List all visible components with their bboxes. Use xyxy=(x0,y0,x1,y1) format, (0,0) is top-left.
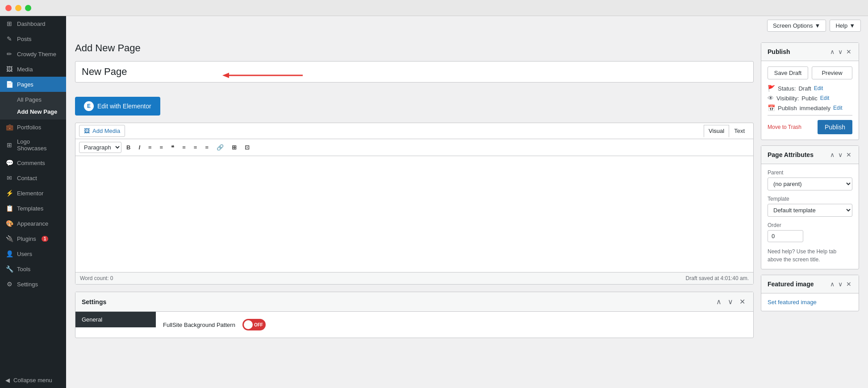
format-select[interactable]: Paragraph xyxy=(79,142,121,153)
parent-label: Parent xyxy=(768,169,852,176)
sidebar-item-templates[interactable]: 📋 Templates xyxy=(0,201,66,216)
sidebar-item-label: Templates xyxy=(17,205,43,212)
featured-image-up-button[interactable]: ∧ xyxy=(829,280,835,289)
sidebar-item-logo-showcases[interactable]: ⊞ Logo Showcases xyxy=(0,135,66,155)
page-attributes-up-button[interactable]: ∧ xyxy=(829,150,835,159)
status-edit-link[interactable]: Edit xyxy=(814,85,823,91)
preview-button[interactable]: Preview xyxy=(812,66,852,79)
arrow-annotation xyxy=(218,71,307,80)
publish-panel-body: Save Draft Preview 🚩 Status: Draft Edit … xyxy=(761,61,859,140)
move-to-trash-link[interactable]: Move to Trash xyxy=(768,124,801,130)
users-icon: 👤 xyxy=(5,250,13,258)
featured-image-title: Featured image xyxy=(768,281,814,288)
publish-collapse-up-button[interactable]: ∧ xyxy=(829,47,835,56)
editor-format-toolbar: Paragraph B I ≡ ≡ ❝ ≡ ≡ ≡ 🔗 ⊞ ⊡ xyxy=(75,139,753,156)
blockquote-button[interactable]: ❝ xyxy=(168,142,177,153)
visibility-icon: 👁 xyxy=(768,95,774,102)
sidebar-item-plugins[interactable]: 🔌 Plugins 1 xyxy=(0,231,66,246)
sidebar-item-contact[interactable]: ✉ Contact xyxy=(0,170,66,186)
set-featured-image-link[interactable]: Set featured image xyxy=(768,299,817,305)
sidebar-item-tools[interactable]: 🔧 Tools xyxy=(0,261,66,277)
ordered-list-button[interactable]: ≡ xyxy=(157,142,167,153)
more-options-button[interactable]: ⊡ xyxy=(242,142,253,153)
template-select[interactable]: Default template xyxy=(768,204,852,217)
publish-panel-controls: ∧ ∨ ✕ xyxy=(829,47,852,56)
tab-text[interactable]: Text xyxy=(729,125,750,137)
templates-icon: 📋 xyxy=(5,204,13,212)
settings-close-button[interactable]: ✕ xyxy=(738,297,747,307)
unordered-list-button[interactable]: ≡ xyxy=(145,142,155,153)
sidebar-item-label: Comments xyxy=(17,160,45,166)
publish-button[interactable]: Publish xyxy=(818,120,852,134)
insert-table-button[interactable]: ⊞ xyxy=(229,142,240,153)
media-icon: 🖼 xyxy=(5,65,13,73)
settings-tab-general[interactable]: General xyxy=(75,312,156,327)
featured-image-down-button[interactable]: ∨ xyxy=(837,280,843,289)
italic-button[interactable]: I xyxy=(135,142,143,153)
page-title-input[interactable] xyxy=(75,61,754,83)
settings-controls: ∧ ∨ ✕ xyxy=(714,297,747,307)
sidebar-item-dashboard[interactable]: ⊞ Dashboard xyxy=(0,16,66,31)
publish-time-edit-link[interactable]: Edit xyxy=(833,105,843,111)
sidebar-item-comments[interactable]: 💬 Comments xyxy=(0,155,66,170)
editor-body[interactable] xyxy=(75,156,753,272)
sidebar-item-label: Elementor xyxy=(17,190,43,197)
sidebar-subitem-all-pages[interactable]: All Pages xyxy=(0,94,66,106)
contact-icon: ✉ xyxy=(5,174,13,182)
publish-collapse-down-button[interactable]: ∨ xyxy=(837,47,843,56)
topbar: Screen Options ▼ Help ▼ xyxy=(66,16,868,35)
draft-saved: Draft saved at 4:01:40 am. xyxy=(686,275,749,281)
align-right-button[interactable]: ≡ xyxy=(202,142,212,153)
sidebar-item-users[interactable]: 👤 Users xyxy=(0,246,66,261)
sidebar-item-label: Dashboard xyxy=(17,21,46,27)
tab-visual[interactable]: Visual xyxy=(704,125,729,137)
align-left-button[interactable]: ≡ xyxy=(179,142,189,153)
sidebar-item-settings[interactable]: ⚙ Settings xyxy=(0,277,66,292)
publish-close-button[interactable]: ✕ xyxy=(845,47,852,56)
sidebar-item-pages[interactable]: 📄 Pages xyxy=(0,77,66,92)
screen-options-button[interactable]: Screen Options ▼ xyxy=(767,20,826,32)
save-draft-button[interactable]: Save Draft xyxy=(768,66,808,79)
page-attributes-down-button[interactable]: ∨ xyxy=(837,150,843,159)
sidebar-item-crowdy-theme[interactable]: ✏ Crowdy Theme xyxy=(0,46,66,62)
add-media-button[interactable]: 🖼 Add Media xyxy=(79,125,125,137)
visibility-edit-link[interactable]: Edit xyxy=(820,95,830,101)
order-input[interactable] xyxy=(768,230,803,242)
featured-image-close-button[interactable]: ✕ xyxy=(845,280,852,289)
settings-collapse-down-button[interactable]: ∨ xyxy=(726,297,735,307)
editor-footer: Word count: 0 Draft saved at 4:01:40 am. xyxy=(75,272,753,284)
sidebar-item-appearance[interactable]: 🎨 Appearance xyxy=(0,216,66,231)
order-field: Order xyxy=(768,222,852,242)
link-button[interactable]: 🔗 xyxy=(213,142,227,153)
settings-collapse-up-button[interactable]: ∧ xyxy=(714,297,723,307)
plugins-badge: 1 xyxy=(42,236,49,242)
editor-tabs: Visual Text xyxy=(704,125,750,137)
screen-options-chevron-icon: ▼ xyxy=(815,22,821,29)
publish-panel: Publish ∧ ∨ ✕ Save Draft Preview xyxy=(761,42,859,140)
close-button[interactable] xyxy=(5,5,12,11)
settings-icon: ⚙ xyxy=(5,280,13,288)
edit-with-elementor-button[interactable]: E Edit with Elementor xyxy=(75,97,160,116)
publish-time-row: 📅 Publish immediately Edit xyxy=(768,104,852,111)
page-attributes-close-button[interactable]: ✕ xyxy=(845,150,852,159)
sidebar-subitem-add-new-page[interactable]: Add New Page xyxy=(0,106,66,118)
logo-showcases-icon: ⊞ xyxy=(5,141,13,149)
maximize-button[interactable] xyxy=(25,5,31,11)
bold-button[interactable]: B xyxy=(123,142,134,153)
portfolios-icon: 💼 xyxy=(5,123,13,131)
align-center-button[interactable]: ≡ xyxy=(191,142,200,153)
collapse-menu-button[interactable]: ◀ Collapse menu xyxy=(0,372,66,388)
minimize-button[interactable] xyxy=(15,5,21,11)
sidebar-item-posts[interactable]: ✎ Posts xyxy=(0,31,66,46)
fullsite-bg-toggle[interactable]: OFF xyxy=(242,319,266,330)
help-button[interactable]: Help ▼ xyxy=(830,20,861,32)
sidebar-item-media[interactable]: 🖼 Media xyxy=(0,62,66,77)
sidebar-panels: Publish ∧ ∨ ✕ Save Draft Preview xyxy=(761,42,859,381)
sidebar-item-elementor[interactable]: ⚡ Elementor xyxy=(0,186,66,201)
sidebar-item-label: Settings xyxy=(17,281,38,288)
toggle-track[interactable]: OFF xyxy=(242,319,266,330)
parent-select[interactable]: (no parent) xyxy=(768,177,852,190)
sidebar-item-portfolios[interactable]: 💼 Portfolios xyxy=(0,120,66,135)
page-attributes-title: Page Attributes xyxy=(768,151,814,158)
editor-area: Add New Page E xyxy=(75,42,754,381)
